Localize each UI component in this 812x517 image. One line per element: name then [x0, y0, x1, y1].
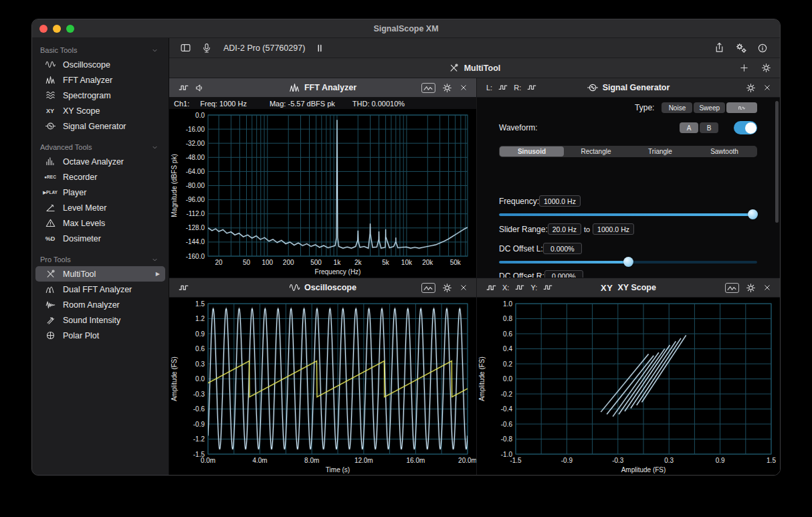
- dc-offset-l-field[interactable]: 0.000%: [543, 243, 582, 254]
- dc-offset-r-field[interactable]: 0.000%: [544, 270, 583, 278]
- chevron-down-icon: [151, 256, 159, 264]
- svg-text:1.5: 1.5: [767, 457, 776, 464]
- fft-meter-view-button[interactable]: [421, 83, 435, 93]
- frequency-slider[interactable]: [499, 209, 757, 219]
- sidebar-item-dual-fft-analyzer[interactable]: Dual FFT Analyzer: [35, 282, 165, 297]
- section-header-basic-tools[interactable]: Basic Tools: [32, 43, 169, 57]
- microphone-icon[interactable]: [201, 43, 212, 54]
- add-tool-button[interactable]: [739, 63, 749, 73]
- pause-button[interactable]: [315, 43, 324, 53]
- siggen-close-button[interactable]: [763, 83, 772, 92]
- sidebar-item-player[interactable]: ▶PLAYPlayer: [35, 185, 165, 200]
- scrollbar[interactable]: [775, 101, 779, 223]
- x-channel-routing-icon[interactable]: [515, 283, 524, 292]
- siggen-settings-button[interactable]: [746, 83, 756, 93]
- right-channel-routing-icon[interactable]: [527, 83, 536, 92]
- preferences-button[interactable]: [735, 42, 747, 54]
- svg-text:50k: 50k: [450, 259, 462, 266]
- svg-text:50: 50: [243, 259, 251, 266]
- svg-text:0.4: 0.4: [503, 345, 512, 352]
- frequency-slider-track[interactable]: [499, 213, 757, 216]
- sidebar-item-octave-analyzer[interactable]: Octave Analyzer: [35, 154, 165, 169]
- waveform-triangle-segment[interactable]: Triangle: [628, 146, 692, 157]
- octave-icon: [41, 157, 59, 167]
- window-title: SignalScope XM: [32, 24, 780, 33]
- xy-meter-view-button[interactable]: [725, 283, 739, 293]
- scope-close-button[interactable]: [459, 283, 468, 292]
- sidebar-item-signal-generator[interactable]: Signal Generator: [35, 118, 165, 134]
- share-button[interactable]: [714, 42, 725, 54]
- range-min-field[interactable]: 20.0 Hz: [548, 223, 581, 235]
- xy-close-button[interactable]: [763, 283, 772, 292]
- sidebar-item-label: Level Meter: [63, 203, 106, 213]
- waveform-glyph-icon: [736, 104, 748, 112]
- sidebar-item-dosimeter[interactable]: %DDosimeter: [35, 231, 165, 246]
- fft-status-magnitude: Mag: -5.57 dBFS pk: [270, 100, 335, 108]
- sidebar-item-max-levels[interactable]: Max Levels: [35, 215, 165, 231]
- scope-settings-button[interactable]: [442, 283, 452, 293]
- channel-a-button[interactable]: A: [680, 122, 698, 133]
- xy-chart[interactable]: -1.5-0.9-0.30.30.91.51.00.80.60.40.20.0-…: [477, 298, 780, 476]
- close-window-button[interactable]: [39, 25, 47, 33]
- sidebar-item-multitool[interactable]: MultiTool▶: [35, 266, 165, 282]
- type-sweep-button[interactable]: Sweep: [694, 102, 725, 113]
- section-header-advanced-tools[interactable]: Advanced Tools: [32, 140, 169, 154]
- fft-input-routing-icon[interactable]: [179, 83, 189, 93]
- fft-panel-title: FFT Analyzer: [304, 83, 357, 92]
- frequency-slider-knob[interactable]: [748, 209, 758, 219]
- sidebar-item-level-meter[interactable]: Level Meter: [35, 200, 165, 215]
- channel-b-button[interactable]: B: [700, 122, 718, 133]
- section-header-pro-tools[interactable]: Pro Tools: [32, 253, 169, 266]
- waveform-rectangle-segment[interactable]: Rectangle: [564, 146, 628, 157]
- svg-text:-96.00: -96.00: [186, 196, 205, 203]
- fft-input-device-icon[interactable]: [195, 83, 205, 93]
- oscilloscope-chart[interactable]: 0.0m4.0m8.0m12.0m16.0m20.0m1.51.20.90.60…: [169, 298, 476, 476]
- sidebar-item-room-analyzer[interactable]: Room Analyzer: [35, 297, 165, 312]
- fft-chart[interactable]: 20501002005001k2k5k10k20k50k0.0-16.00-32…: [169, 109, 476, 278]
- dc-offset-l-slider[interactable]: [499, 257, 757, 267]
- waveform-enable-toggle[interactable]: [734, 121, 757, 134]
- scope-input-routing-icon[interactable]: [179, 283, 189, 293]
- info-button[interactable]: [757, 43, 768, 54]
- x-channel-label: X:: [502, 284, 509, 292]
- svg-text:Amplitude (FS): Amplitude (FS): [478, 356, 486, 401]
- svg-text:500: 500: [310, 259, 322, 266]
- range-max-field[interactable]: 1000.0 Hz: [593, 223, 634, 235]
- dc-offset-l-slider-knob[interactable]: [623, 257, 633, 267]
- layout-settings-button[interactable]: [761, 63, 771, 73]
- sidebar-toggle-button[interactable]: [180, 42, 191, 54]
- fft-settings-button[interactable]: [442, 83, 452, 93]
- tab-multitool[interactable]: MultiTool: [449, 63, 501, 73]
- sidebar-item-sound-intensity[interactable]: Sound Intensity: [35, 312, 165, 328]
- sidebar-item-recorder[interactable]: ●RECRecorder: [35, 169, 165, 185]
- sidebar-item-xy-scope[interactable]: XYXY Scope: [35, 103, 165, 118]
- xy-settings-button[interactable]: [746, 283, 756, 293]
- left-channel-label: L:: [486, 84, 492, 92]
- xy-panel-title: XY Scope: [617, 283, 655, 292]
- zoom-window-button[interactable]: [66, 25, 74, 33]
- fft-close-button[interactable]: [459, 83, 468, 92]
- scope-meter-view-button[interactable]: [421, 283, 435, 293]
- chevron-down-icon: [151, 144, 159, 151]
- svg-text:0.0: 0.0: [195, 112, 205, 119]
- svg-text:0.6: 0.6: [195, 345, 205, 352]
- sidebar-item-fft-analyzer[interactable]: FFT Analyzer: [35, 72, 165, 88]
- xy-input-routing-icon[interactable]: [486, 283, 496, 293]
- svg-text:Magnitude (dBFS pk): Magnitude (dBFS pk): [171, 154, 178, 217]
- sidebar-item-label: Recorder: [63, 173, 97, 182]
- dc-offset-l-label: DC Offset L:: [499, 244, 543, 253]
- y-channel-routing-icon[interactable]: [543, 283, 552, 292]
- frequency-value-field[interactable]: 1000.0 Hz: [539, 195, 581, 207]
- svg-text:0.9: 0.9: [716, 457, 725, 464]
- sidebar-item-spectrogram[interactable]: Spectrogram: [35, 88, 165, 103]
- waveform-sawtooth-segment[interactable]: Sawtooth: [692, 146, 756, 157]
- device-selector[interactable]: ADI-2 Pro (57760297): [223, 43, 305, 53]
- waveform-sinusoid-segment[interactable]: Sinusoid: [500, 146, 564, 157]
- slider-range-label: Slider Range:: [499, 225, 548, 234]
- sidebar-item-polar-plot[interactable]: Polar Plot: [35, 328, 165, 343]
- type-waveform-button[interactable]: [726, 102, 757, 113]
- sidebar-item-oscilloscope[interactable]: Oscilloscope: [35, 57, 165, 72]
- type-noise-button[interactable]: Noise: [662, 102, 692, 113]
- minimize-window-button[interactable]: [53, 25, 61, 33]
- left-channel-routing-icon[interactable]: [498, 83, 508, 92]
